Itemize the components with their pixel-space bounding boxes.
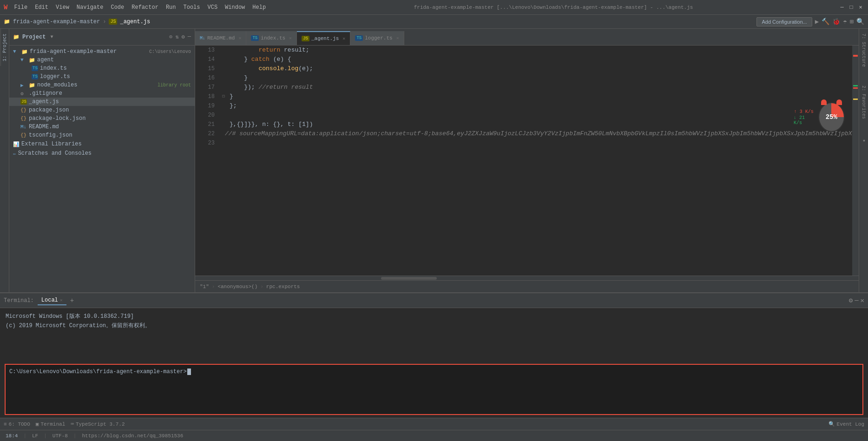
dropdown-icon[interactable]: ▼ <box>50 34 53 39</box>
scratches-and-consoles-item[interactable]: ✏ Scratches and Consoles <box>9 149 195 158</box>
tab-readme[interactable]: M↓ README.md ✕ <box>195 31 246 45</box>
cpu-circle: 25% <box>818 102 845 132</box>
blog-url[interactable]: https://blog.csdn.net/qq_39851536 <box>80 433 185 439</box>
sort-icon[interactable]: ⇅ <box>175 33 178 40</box>
favorites-star-icon[interactable]: ★ <box>860 133 868 147</box>
right-scrollbar[interactable] <box>852 46 859 276</box>
root-folder-icon2: 📁 <box>21 49 28 55</box>
tree-gitignore[interactable]: ⚙ .gitignore <box>9 89 195 98</box>
search-icon[interactable]: 🔍 <box>856 18 864 26</box>
download-speed: ↓ 21 K/s <box>794 115 814 125</box>
current-file[interactable]: _agent.js <box>120 19 150 25</box>
project-toolbar: ⊙ ⇅ ⚙ ─ <box>169 33 191 40</box>
status-div-2: | <box>44 433 47 439</box>
tree-node-modules[interactable]: ▶ 📁 node_modules library root <box>9 81 195 89</box>
tree-package-json[interactable]: {} package.json <box>9 106 195 114</box>
tab-logger-ts[interactable]: TS logger.ts ✕ <box>350 31 404 45</box>
code-line-16: } <box>222 73 848 83</box>
favorites-panel-label[interactable]: 2: Favorites <box>860 81 868 124</box>
debug-icon[interactable]: 🐞 <box>832 18 840 26</box>
menu-refactor[interactable]: Refactor <box>129 3 161 12</box>
code-content[interactable]: return result; } catch (e) { console.log… <box>218 46 852 276</box>
ln-18: 18 <box>195 92 215 101</box>
tabs-bar: M↓ README.md ✕ TS index.ts ✕ JS _agent.j… <box>195 29 859 46</box>
project-title: Project <box>22 34 46 40</box>
menu-file[interactable]: File <box>11 3 30 12</box>
project-name[interactable]: frida-agent-example-master <box>13 19 100 25</box>
todo-tab[interactable]: ≡ 6: TODO <box>4 421 30 427</box>
menu-edit[interactable]: Edit <box>32 3 51 12</box>
local-tab-close[interactable]: ✕ <box>60 297 63 303</box>
menu-code[interactable]: Code <box>108 3 127 12</box>
terminal-settings-icon[interactable]: ⚙ <box>849 296 853 304</box>
add-configuration-button[interactable]: Add Configuration... <box>756 17 812 26</box>
tab-readme-close[interactable]: ✕ <box>238 35 241 41</box>
new-terminal-button[interactable]: + <box>70 297 74 304</box>
build-icon[interactable]: 🔨 <box>822 18 829 26</box>
minimize-panel-icon[interactable]: ─ <box>188 33 191 40</box>
tree-logger-ts[interactable]: TS logger.ts <box>9 72 195 81</box>
tree-index-ts[interactable]: TS index.ts <box>9 64 195 72</box>
run-icon[interactable]: ▶ <box>815 18 819 26</box>
right-panel-strip: 7: Structure 2: Favorites ★ <box>859 29 868 292</box>
tab-index-ts-close[interactable]: ✕ <box>289 35 292 41</box>
horizontal-scrollbar[interactable] <box>195 276 859 280</box>
tab-logger-ts-close[interactable]: ✕ <box>396 35 399 41</box>
code-editor: 13 14 15 16 17 18 19 20 21 22 23 <box>195 46 859 276</box>
tree-readme[interactable]: M↓ README.md <box>9 123 195 131</box>
ln-19: 19 <box>195 101 215 111</box>
settings-icon[interactable]: ⚙ <box>182 33 185 40</box>
structure-panel-label[interactable]: 7: Structure <box>860 29 868 72</box>
tab-agent-js[interactable]: JS _agent.js ✕ <box>297 31 350 45</box>
code-15-dot: . <box>284 64 288 73</box>
code-14-b: (e) { <box>270 55 291 64</box>
external-libraries-label: External Libraries <box>21 141 82 147</box>
restore-button[interactable]: □ <box>848 4 855 11</box>
index-ts-label: index.ts <box>40 65 191 72</box>
terminal-footer-tab[interactable]: ▣ Terminal <box>36 421 65 427</box>
menu-navigate[interactable]: Navigate <box>74 3 106 12</box>
tab-index-ts-label: index.ts <box>261 35 285 41</box>
ts-footer-icon: ⌨ <box>71 421 74 427</box>
scroll-ok-1 <box>853 85 858 86</box>
window-title: frida-agent-example-master [...\Lenovo\D… <box>269 5 838 10</box>
ts-icon2: TS <box>32 74 38 79</box>
tree-root[interactable]: ▼ 📁 frida-agent-example-master C:\Users\… <box>9 47 195 56</box>
close-button[interactable]: ✕ <box>857 4 864 11</box>
typescript-tab[interactable]: ⌨ TypeScript 3.7.2 <box>71 421 125 427</box>
terminal-panel-close[interactable]: ✕ <box>861 296 864 304</box>
menu-window[interactable]: Window <box>222 3 248 12</box>
menu-help[interactable]: Help <box>250 3 269 12</box>
ln-23: 23 <box>195 138 215 148</box>
agent-js-label: _agent.js <box>29 99 191 105</box>
encoding: UTF-8 <box>51 433 70 439</box>
json-icon2: {} <box>20 116 27 121</box>
fold-icon-21 <box>222 120 230 129</box>
project-panel-label[interactable]: 1: Project <box>0 29 9 66</box>
scope-icon[interactable]: ⊙ <box>169 33 172 40</box>
tree-agent-folder[interactable]: ▼ 📁 agent <box>9 56 195 64</box>
upload-speed: ↑ 3 K/s <box>794 109 814 114</box>
code-13-kw: return <box>258 46 280 55</box>
event-log-tab[interactable]: 🔍 Event Log <box>829 421 864 427</box>
menu-run[interactable]: Run <box>163 3 179 12</box>
menu-tools[interactable]: Tools <box>180 3 203 12</box>
minimize-button[interactable]: ─ <box>838 4 846 11</box>
terminal-local-tab[interactable]: Local ✕ <box>38 296 66 305</box>
terminal-content-wrapper: Microsoft Windows [版本 10.0.18362.719] (c… <box>0 308 868 361</box>
tab-index-ts[interactable]: TS index.ts ✕ <box>246 31 297 45</box>
menu-vcs[interactable]: VCS <box>205 3 221 12</box>
layout-icon[interactable]: ⊞ <box>850 18 854 26</box>
ln-15: 15 <box>195 64 215 73</box>
terminal-input-area[interactable]: C:\Users\Lenovo\Downloads\frida-agent-ex… <box>5 364 863 415</box>
tree-tsconfig[interactable]: {} tsconfig.json <box>9 131 195 139</box>
terminal-close-icon[interactable]: ─ <box>855 297 858 304</box>
tree-package-lock-json[interactable]: {} package-lock.json <box>9 114 195 123</box>
code-13-indent <box>230 46 258 55</box>
tab-agent-js-close[interactable]: ✕ <box>342 36 345 41</box>
external-libraries-item[interactable]: 📊 External Libraries <box>9 139 195 149</box>
code-16: } <box>230 73 248 83</box>
tree-agent-js[interactable]: JS _agent.js <box>9 98 195 106</box>
menu-view[interactable]: View <box>53 3 72 12</box>
coverage-icon[interactable]: ☂ <box>843 18 847 26</box>
